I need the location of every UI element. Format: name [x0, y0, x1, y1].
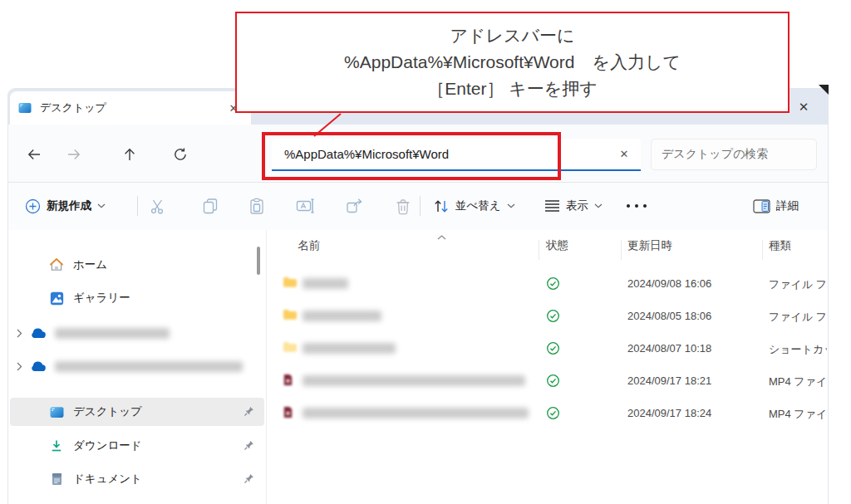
new-plus-icon	[25, 198, 41, 214]
file-row[interactable]: 2024/08/07 10:18 ショートカット	[274, 333, 828, 365]
redacted-label	[55, 328, 170, 339]
file-type: ファイル フォル	[769, 277, 827, 292]
window-close-button[interactable]: ✕	[791, 96, 816, 118]
rename-button[interactable]	[296, 193, 314, 219]
file-type: MP4 ファイル	[769, 407, 827, 422]
delete-icon	[395, 198, 411, 215]
callout-line-3: ［Enter］ キーを押す	[427, 76, 598, 102]
callout-line-2: %AppData%¥Microsoft¥Word を入力して	[344, 49, 681, 76]
column-header-status[interactable]: 状態	[546, 238, 568, 253]
column-header-type[interactable]: 種類	[769, 238, 791, 253]
rename-icon	[296, 198, 314, 214]
forward-arrow-icon[interactable]	[61, 142, 86, 167]
up-arrow-icon[interactable]	[117, 142, 142, 167]
search-input[interactable]: デスクトップの検索	[651, 139, 817, 170]
address-bar-input[interactable]: %AppData%¥Microsoft¥Word ✕	[272, 139, 641, 171]
file-date: 2024/09/17 18:21	[627, 374, 711, 387]
annotation-callout: アドレスバーに %AppData%¥Microsoft¥Word を入力して ［…	[235, 12, 790, 113]
redacted-file-name	[303, 278, 348, 289]
downloads-icon	[48, 439, 65, 453]
share-icon	[346, 198, 363, 214]
column-header-name[interactable]: 名前	[298, 238, 320, 253]
sync-status-icon	[546, 276, 560, 291]
sync-status-icon	[546, 309, 560, 323]
desktop-icon	[18, 101, 32, 115]
chevron-right-icon[interactable]	[10, 362, 28, 371]
home-icon	[48, 257, 65, 272]
column-header-date[interactable]: 更新日時	[627, 238, 672, 253]
view-button-label: 表示	[566, 198, 588, 213]
search-placeholder: デスクトップの検索	[662, 147, 768, 162]
folder-icon	[283, 276, 298, 288]
chevron-down-icon	[507, 203, 515, 208]
sidebar-item-label: ホーム	[73, 257, 107, 272]
sidebar-item-home[interactable]: ホーム	[10, 251, 264, 279]
desktop-icon	[48, 405, 65, 419]
file-type: ファイル フォル	[769, 310, 827, 325]
address-misspelled-segment: AppData	[295, 147, 343, 161]
details-pane-button[interactable]: 詳細	[753, 193, 799, 219]
screenshot-root: デスクトップ ✕ + ✕ %AppData%¥Microsoft¥Word ✕ …	[0, 0, 851, 504]
file-date: 2024/09/08 16:06	[627, 277, 711, 290]
sidebar-item-documents[interactable]: ドキュメント	[10, 465, 264, 493]
file-row[interactable]: 2024/09/08 16:06 ファイル フォル	[274, 268, 828, 300]
pin-icon	[243, 440, 254, 451]
sidebar-item-onedrive-1[interactable]	[10, 319, 264, 347]
chevron-right-icon[interactable]	[10, 329, 28, 338]
delete-button[interactable]	[395, 193, 411, 219]
sidebar-item-label: ダウンロード	[73, 438, 142, 453]
copy-button[interactable]	[202, 193, 219, 219]
command-toolbar	[8, 183, 828, 231]
file-type: MP4 ファイル	[769, 374, 827, 389]
view-icon	[544, 199, 560, 213]
mp4-file-icon	[283, 406, 293, 418]
gallery-icon	[48, 291, 65, 306]
sidebar-item-label: デスクトップ	[73, 404, 142, 419]
folder-icon	[283, 341, 298, 353]
view-button[interactable]: 表示	[544, 193, 603, 219]
sync-status-icon	[546, 406, 560, 420]
sort-button[interactable]: 並べ替え	[433, 193, 515, 219]
sidebar-item-downloads[interactable]: ダウンロード	[10, 432, 264, 460]
address-text: %AppData%¥Microsoft¥Word	[284, 147, 614, 161]
sidebar-item-onedrive-2[interactable]	[10, 352, 264, 380]
back-arrow-icon[interactable]	[22, 142, 47, 167]
sidebar-item-label: ギャラリー	[73, 291, 130, 306]
sort-ascending-icon	[437, 235, 446, 240]
share-button[interactable]	[346, 193, 363, 219]
onedrive-cloud-icon	[30, 327, 47, 339]
chevron-down-icon	[97, 203, 106, 208]
redacted-file-name	[303, 311, 381, 321]
address-clear-icon[interactable]: ✕	[614, 144, 634, 164]
onedrive-cloud-icon	[30, 360, 47, 372]
sidebar-item-gallery[interactable]: ギャラリー	[10, 284, 264, 312]
refresh-icon[interactable]	[168, 142, 193, 167]
sort-icon	[433, 198, 450, 214]
file-row[interactable]: 2024/09/17 18:24 MP4 ファイル	[274, 398, 828, 429]
new-button[interactable]: 新規作成	[25, 193, 106, 219]
redacted-file-name	[303, 408, 529, 418]
sync-status-icon	[546, 341, 560, 355]
paste-icon	[248, 198, 265, 215]
file-row[interactable]: 2024/08/05 18:06 ファイル フォル	[274, 301, 828, 332]
sidebar-scrollbar[interactable]	[257, 247, 260, 275]
details-pane-icon	[753, 199, 770, 213]
callout-line-1: アドレスバーに	[450, 22, 575, 49]
cut-icon	[150, 198, 167, 215]
file-date: 2024/09/17 18:24	[627, 407, 711, 419]
pin-icon	[243, 473, 254, 484]
file-date: 2024/08/05 18:06	[627, 310, 711, 322]
cursor-wedge	[818, 85, 829, 96]
documents-icon	[48, 472, 65, 486]
paste-button[interactable]	[248, 193, 265, 219]
pin-icon	[243, 406, 254, 417]
sidebar-item-desktop[interactable]: デスクトップ	[10, 398, 264, 426]
tab-desktop[interactable]: デスクトップ ✕	[10, 91, 251, 125]
cut-button[interactable]	[150, 193, 167, 219]
more-options-button[interactable]	[626, 193, 647, 219]
file-date: 2024/08/07 10:18	[627, 342, 711, 355]
file-row[interactable]: 2024/09/17 18:21 MP4 ファイル	[274, 365, 828, 397]
folder-icon	[283, 309, 298, 321]
redacted-file-name	[303, 343, 396, 354]
copy-icon	[202, 198, 219, 214]
